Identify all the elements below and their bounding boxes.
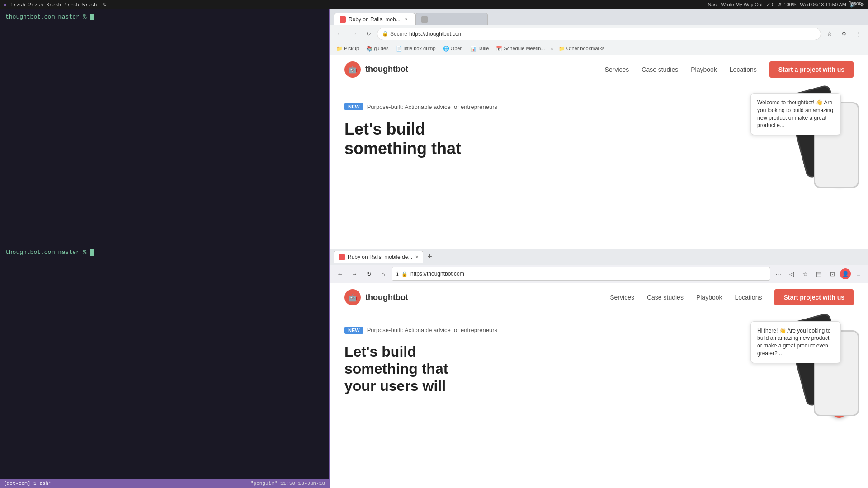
nav-services-chrome[interactable]: Services: [605, 66, 629, 73]
ff-info-icon: ℹ: [396, 271, 399, 277]
headline-line2-chrome: something that: [344, 139, 461, 158]
terminal-prompt-bottom: thoughtbot.com master %: [5, 249, 323, 256]
tab-close-firefox[interactable]: ×: [415, 254, 418, 260]
headline-line2-firefox: something that: [344, 361, 448, 377]
tab-title-chrome: Ruby on Rails, mob...: [349, 16, 401, 23]
ff-pocket-icon[interactable]: ◁: [786, 268, 797, 280]
cta-button-firefox[interactable]: Start project with us: [774, 289, 854, 305]
ff-star-icon[interactable]: ☆: [799, 268, 811, 280]
logo-icon-firefox: 🤖: [344, 289, 361, 305]
bookmark-tallie[interactable]: 📊 Tallie: [467, 45, 492, 52]
ff-options-icon[interactable]: ⋯: [772, 268, 784, 280]
back-button-chrome[interactable]: ←: [334, 28, 345, 40]
secure-label-chrome: Secure: [390, 31, 407, 37]
chrome-titlebar: Ruby on Rails, mob... ×: [330, 9, 868, 25]
reload-button-chrome[interactable]: ↻: [363, 28, 374, 40]
address-bar-chrome[interactable]: 🔒 Secure https://thoughtbot.com: [377, 28, 821, 40]
star-button-chrome[interactable]: ☆: [824, 28, 835, 40]
firefox-toolbar: ← → ↻ ⌂ ℹ 🔒 https://thoughtbot.com ⋯ ◁ ☆…: [330, 265, 868, 283]
nav-locations-firefox[interactable]: Locations: [735, 294, 762, 301]
tmux-status-right: "penguin" 11:50 13-Jun-18: [250, 481, 325, 486]
logo-text-firefox: thoughtbot: [365, 293, 408, 302]
terminal-top[interactable]: thoughtbot.com master %: [0, 9, 329, 244]
site-nav-links-firefox: Services Case studies Playbook Locations…: [610, 289, 854, 305]
chat-message-firefox: Hi there! 👋 Are you looking to build an …: [757, 328, 831, 357]
bookmark-pickup[interactable]: 📁 Pickup: [334, 45, 362, 52]
site-logo-firefox[interactable]: 🤖 thoughtbot: [344, 289, 408, 305]
nav-casestudies-chrome[interactable]: Case studies: [642, 66, 678, 73]
menu-btn-chrome[interactable]: ⋮: [853, 28, 864, 40]
extension-btn-1[interactable]: ⚙: [838, 28, 850, 40]
tmux-indicator: ■: [4, 2, 7, 7]
logo-icon-chrome: 🤖: [344, 61, 361, 78]
chrome-active-tab[interactable]: Ruby on Rails, mob... ×: [334, 13, 415, 25]
browser-panes: Ruby on Rails, mob... × ← → ↻ 🔒 Secure h…: [330, 9, 868, 488]
site-content-chrome: 🤖 thoughtbot Services Case studies Playb…: [330, 55, 868, 249]
nav-locations-chrome[interactable]: Locations: [730, 66, 757, 73]
chrome-inactive-tab[interactable]: [415, 13, 488, 25]
reload-icon[interactable]: ↻: [103, 2, 107, 8]
terminal-bottom[interactable]: thoughtbot.com master %: [0, 244, 329, 479]
firefox-titlebar: Ruby on Rails, mobile de... × +: [330, 249, 868, 265]
tmux-status-left: [dot-com] 1:zsh*: [4, 481, 52, 486]
terminal-pane: thoughtbot.com master % thoughtbot.com m…: [0, 9, 330, 488]
chat-bubble-chrome: Welcome to thoughtbot! 👋 Are you looking…: [750, 93, 841, 135]
headline-line3-firefox: your users will: [344, 378, 446, 394]
logo-text-chrome: thoughtbot: [365, 65, 408, 74]
bookmarks-bar-chrome: 📁 Pickup 📚 guides 📄 little box dump 🌐 Op…: [330, 42, 868, 55]
nav-casestudies-firefox[interactable]: Case studies: [647, 294, 684, 301]
system-bar-right: Nas - Wrote My Way Out ✓ 0 ✗ 100% Wed 06…: [708, 2, 864, 8]
tab-favicon-inactive: [421, 16, 428, 23]
bookmark-boxdump[interactable]: 📄 little box dump: [393, 45, 439, 52]
nav-playbook-chrome[interactable]: Playbook: [691, 66, 717, 73]
chrome-toolbar: ← → ↻ 🔒 Secure https://thoughtbot.com ☆ …: [330, 25, 868, 42]
new-badge-firefox: NEW Purpose-built: Actionable advice for…: [344, 327, 497, 334]
ff-sync-icon[interactable]: ⊡: [826, 268, 838, 280]
tmux-panes: 1:zsh 2:zsh 3:zsh 4:zsh 5:zsh: [10, 2, 97, 8]
system-bar-left: ■ 1:zsh 2:zsh 3:zsh 4:zsh 5:zsh ↻: [4, 2, 107, 8]
address-bar-firefox[interactable]: ℹ 🔒 https://thoughtbot.com: [392, 267, 770, 281]
terminal-cursor-top: [90, 14, 94, 20]
chat-message-chrome: Welcome to thoughtbot! 👋 Are you looking…: [757, 99, 833, 128]
nav-playbook-firefox[interactable]: Playbook: [696, 294, 722, 301]
system-bar: ■ 1:zsh 2:zsh 3:zsh 4:zsh 5:zsh ↻ Jason …: [0, 0, 868, 9]
terminal-cursor-bottom: [90, 249, 94, 256]
headline-line1-chrome: Let's build: [344, 120, 425, 138]
tab-close-chrome[interactable]: ×: [403, 16, 410, 23]
bookmark-guides[interactable]: 📚 guides: [363, 45, 391, 52]
back-button-firefox[interactable]: ←: [334, 267, 346, 280]
ff-toolbar-icons: ⋯ ◁ ☆ ▤ ⊡ 👤 ≡: [772, 268, 864, 280]
url-chrome: https://thoughtbot.com: [409, 31, 463, 37]
nav-services-firefox[interactable]: Services: [610, 294, 634, 301]
home-button-firefox[interactable]: ⌂: [377, 267, 390, 280]
main-layout: thoughtbot.com master % thoughtbot.com m…: [0, 9, 868, 488]
site-nav-links-chrome: Services Case studies Playbook Locations…: [605, 61, 854, 78]
browser-chrome: Ruby on Rails, mob... × ← → ↻ 🔒 Secure h…: [330, 9, 868, 249]
new-tab-button-firefox[interactable]: +: [423, 251, 436, 263]
tab-favicon-chrome: [340, 16, 346, 23]
music-info: Nas - Wrote My Way Out: [708, 2, 763, 7]
forward-button-firefox[interactable]: →: [348, 267, 361, 280]
firefox-active-tab[interactable]: Ruby on Rails, mobile de... ×: [334, 251, 423, 263]
forward-button-chrome[interactable]: →: [348, 28, 360, 40]
terminal-prompt-top: thoughtbot.com master %: [5, 14, 323, 20]
site-logo-chrome[interactable]: 🤖 thoughtbot: [344, 61, 408, 78]
username-label: Jason: [849, 0, 862, 6]
firefox-tabs: Ruby on Rails, mobile de... × +: [334, 249, 436, 265]
terminal-path-top: thoughtbot.com master %: [5, 14, 86, 20]
new-text-chrome: Purpose-built: Actionable advice for ent…: [367, 103, 497, 110]
browser-firefox: Ruby on Rails, mobile de... × + ← → ↻ ⌂ …: [330, 249, 868, 488]
bookmark-other[interactable]: 📁 Other bookmarks: [556, 45, 607, 52]
reload-button-firefox[interactable]: ↻: [363, 267, 375, 280]
headline-line1-firefox: Let's build: [344, 343, 416, 360]
ff-profile-icon[interactable]: 👤: [840, 268, 851, 279]
ff-menu-icon[interactable]: ≡: [853, 268, 864, 280]
bookmark-schedule[interactable]: 📅 Schedule Meetin...: [493, 45, 547, 52]
tab-favicon-firefox: [339, 254, 345, 260]
cta-button-chrome[interactable]: Start a project with us: [769, 61, 854, 78]
site-nav-firefox: 🤖 thoughtbot Services Case studies Playb…: [330, 283, 868, 312]
chat-bubble-firefox: Hi there! 👋 Are you looking to build an …: [750, 321, 841, 363]
ff-sidebar-icon[interactable]: ▤: [813, 268, 825, 280]
chrome-tabs: Ruby on Rails, mob... ×: [334, 9, 488, 25]
bookmark-open[interactable]: 🌐 Open: [440, 45, 466, 52]
